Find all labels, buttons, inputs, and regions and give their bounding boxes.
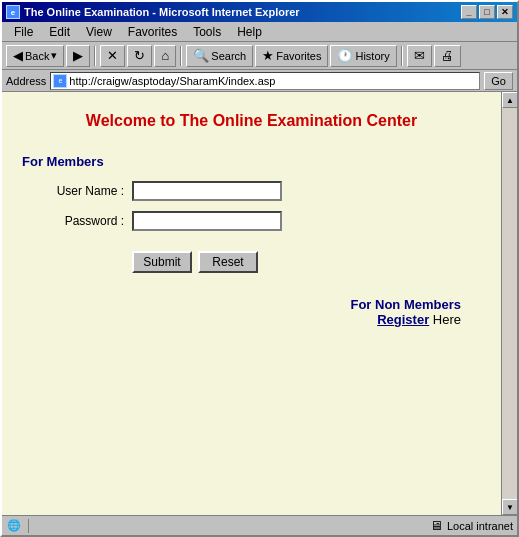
submit-button[interactable]: Submit <box>132 251 192 273</box>
favorites-label: Favorites <box>276 50 321 62</box>
back-button[interactable]: ◀ Back ▾ <box>6 45 64 67</box>
address-input[interactable] <box>69 75 477 87</box>
history-button[interactable]: 🕐 History <box>330 45 396 67</box>
form-buttons: Submit Reset <box>132 251 481 273</box>
toolbar-sep1 <box>94 46 96 66</box>
refresh-icon: ↻ <box>134 48 145 63</box>
zone-icon: 🖥 <box>430 518 443 533</box>
scroll-down-button[interactable]: ▼ <box>502 499 517 515</box>
password-label: Password : <box>32 214 132 228</box>
mail-button[interactable]: ✉ <box>407 45 432 67</box>
toolbar-sep2 <box>180 46 182 66</box>
print-icon: 🖨 <box>441 48 454 63</box>
toolbar: ◀ Back ▾ ▶ ✕ ↻ ⌂ 🔍 Search ★ Favorites 🕐 … <box>2 42 517 70</box>
username-row: User Name : <box>32 181 481 201</box>
status-bar: 🌐 🖥 Local intranet <box>2 515 517 535</box>
window-title: The Online Examination - Microsoft Inter… <box>24 6 300 18</box>
page-content: Welcome to The Online Examination Center… <box>2 92 501 515</box>
members-heading: For Members <box>22 154 481 169</box>
back-dropdown-icon: ▾ <box>51 49 57 62</box>
minimize-button[interactable]: _ <box>461 5 477 19</box>
history-label: History <box>355 50 389 62</box>
menu-favorites[interactable]: Favorites <box>120 23 185 41</box>
maximize-button[interactable]: □ <box>479 5 495 19</box>
register-row: Register Here <box>22 312 461 327</box>
username-label: User Name : <box>32 184 132 198</box>
mail-icon: ✉ <box>414 48 425 63</box>
zone-label: Local intranet <box>447 520 513 532</box>
title-bar-left: e The Online Examination - Microsoft Int… <box>6 5 300 19</box>
register-link[interactable]: Register <box>377 312 429 327</box>
security-zone: 🖥 Local intranet <box>430 518 513 533</box>
star-icon: ★ <box>262 48 274 63</box>
forward-button[interactable]: ▶ <box>66 45 90 67</box>
search-button[interactable]: 🔍 Search <box>186 45 253 67</box>
reset-button[interactable]: Reset <box>198 251 258 273</box>
here-text: Here <box>429 312 461 327</box>
address-bar: Address e Go <box>2 70 517 92</box>
search-icon: 🔍 <box>193 48 209 63</box>
username-input[interactable] <box>132 181 282 201</box>
title-bar: e The Online Examination - Microsoft Int… <box>2 2 517 22</box>
toolbar-sep3 <box>401 46 403 66</box>
menu-bar: File Edit View Favorites Tools Help <box>2 22 517 42</box>
password-row: Password : <box>32 211 481 231</box>
content-area: Welcome to The Online Examination Center… <box>2 92 517 515</box>
home-button[interactable]: ⌂ <box>154 45 176 67</box>
close-button[interactable]: ✕ <box>497 5 513 19</box>
menu-edit[interactable]: Edit <box>41 23 78 41</box>
search-label: Search <box>211 50 246 62</box>
non-member-section: For Non Members Register Here <box>22 297 481 327</box>
history-icon: 🕐 <box>337 48 353 63</box>
scroll-up-button[interactable]: ▲ <box>502 92 517 108</box>
browser-window: e The Online Examination - Microsoft Int… <box>0 0 519 537</box>
password-input[interactable] <box>132 211 282 231</box>
vertical-scrollbar: ▲ ▼ <box>501 92 517 515</box>
home-icon: ⌂ <box>161 48 169 63</box>
stop-icon: ✕ <box>107 48 118 63</box>
ie-icon: e <box>6 5 20 19</box>
menu-tools[interactable]: Tools <box>185 23 229 41</box>
menu-file[interactable]: File <box>6 23 41 41</box>
non-members-heading: For Non Members <box>22 297 461 312</box>
address-input-wrapper: e <box>50 72 480 90</box>
back-label: Back <box>25 50 49 62</box>
menu-view[interactable]: View <box>78 23 120 41</box>
page-status-icon: 🌐 <box>6 518 22 534</box>
refresh-button[interactable]: ↻ <box>127 45 152 67</box>
login-form: User Name : Password : <box>32 181 481 231</box>
go-button[interactable]: Go <box>484 72 513 90</box>
page-title: Welcome to The Online Examination Center <box>22 112 481 130</box>
status-divider <box>28 519 29 533</box>
scroll-track[interactable] <box>502 108 517 499</box>
menu-help[interactable]: Help <box>229 23 270 41</box>
print-button[interactable]: 🖨 <box>434 45 461 67</box>
forward-icon: ▶ <box>73 48 83 63</box>
page-favicon: e <box>53 74 67 88</box>
stop-button[interactable]: ✕ <box>100 45 125 67</box>
address-label: Address <box>6 75 46 87</box>
title-bar-buttons: _ □ ✕ <box>461 5 513 19</box>
back-icon: ◀ <box>13 48 23 63</box>
favorites-button[interactable]: ★ Favorites <box>255 45 328 67</box>
